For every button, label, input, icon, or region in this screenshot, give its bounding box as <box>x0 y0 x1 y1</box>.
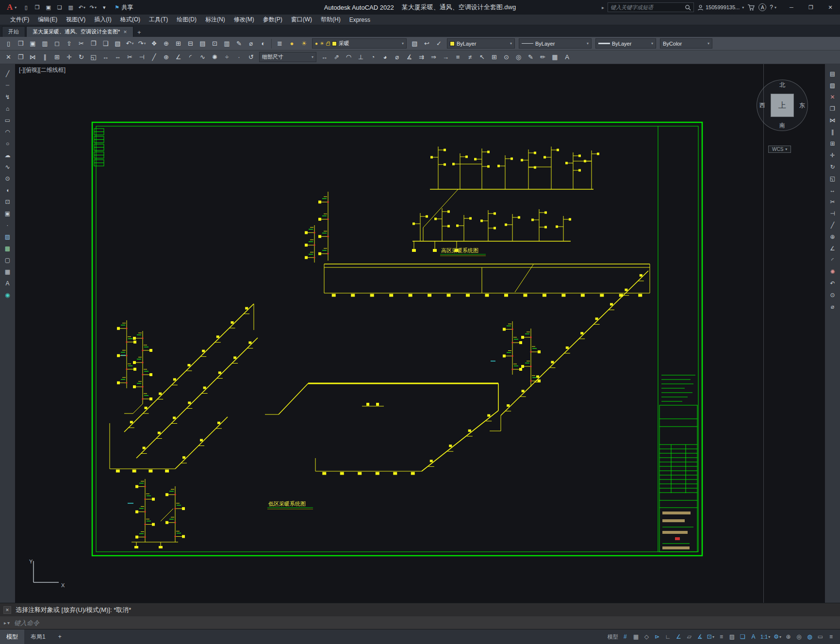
construction-line-button[interactable]: ┈ <box>2 80 14 91</box>
trim-button[interactable]: ✂ <box>124 51 136 63</box>
close-command-icon[interactable]: ✕ <box>3 606 11 614</box>
publish-button[interactable]: ⇧ <box>63 38 75 50</box>
layer-previous-button[interactable]: ↩ <box>421 38 433 50</box>
copy-tool-button[interactable]: ❐ <box>827 103 839 114</box>
viewcube-west-label[interactable]: 西 <box>759 101 765 110</box>
lengthen-button[interactable]: ⇔ <box>112 51 124 63</box>
gradient-button[interactable]: ▩ <box>2 243 14 254</box>
osnap-tracking-button[interactable]: ∡ <box>695 631 705 643</box>
layer-properties-button[interactable]: ≣ <box>274 38 286 50</box>
line-button[interactable]: ╱ <box>2 68 14 79</box>
new-drawing-button[interactable]: ▯ <box>20 1 32 13</box>
hatch-button[interactable]: ▨ <box>2 231 14 242</box>
cut-clip-button[interactable]: ✂ <box>75 38 87 50</box>
dim-radius-button[interactable]: ◔ <box>367 51 379 63</box>
transparency-display-button[interactable]: ▨ <box>727 631 737 643</box>
divide-button[interactable]: ÷ <box>221 51 233 63</box>
match-props-button[interactable]: ▧ <box>827 80 839 91</box>
search-icon[interactable] <box>685 4 691 11</box>
text-button[interactable]: A <box>2 278 14 289</box>
viewcube-south-label[interactable]: 南 <box>779 121 785 130</box>
zoom-realtime-button[interactable]: ⊕ <box>160 38 172 50</box>
table-button[interactable]: ▦ <box>2 266 14 277</box>
menu-help[interactable]: 帮助(H) <box>316 15 345 25</box>
copy-clip-button[interactable]: ❐ <box>87 38 99 50</box>
tolerance-button[interactable]: ⊞ <box>488 51 500 63</box>
redo-button[interactable]: ↷▾ <box>87 1 99 13</box>
render-button[interactable]: ◐ <box>257 38 269 50</box>
infer-constraints-button[interactable]: ◇ <box>642 631 652 643</box>
layer-match-button[interactable]: ▧ <box>409 38 421 50</box>
plot-button[interactable]: ▥ <box>65 1 76 13</box>
tab-drawing[interactable]: 某大厦采暖、通风、空调设计全套图* ✕ <box>26 26 133 37</box>
redo-action-button[interactable]: ↷▾ <box>136 38 148 50</box>
join-tool-button[interactable]: ⊕ <box>827 231 839 242</box>
dim-text-edit-button[interactable]: ✏ <box>537 51 549 63</box>
graphics-performance-button[interactable]: ◍ <box>805 631 815 643</box>
markup-button[interactable]: ✎ <box>233 38 245 50</box>
viewport-controls[interactable]: [-][俯视][二维线框] <box>19 66 66 74</box>
mirror-button[interactable]: ⋈ <box>27 51 39 63</box>
make-block-button[interactable]: ▣ <box>2 208 14 219</box>
save-file-button[interactable]: ▣ <box>27 38 39 50</box>
layout1-tab[interactable]: 布局1 <box>24 629 52 644</box>
search-input[interactable] <box>610 4 683 10</box>
menu-draw[interactable]: 绘图(D) <box>172 15 201 25</box>
center-mark-button[interactable]: ⊙ <box>500 51 512 63</box>
multiline-text-button[interactable]: A <box>561 51 573 63</box>
undo-small-button[interactable]: ↶ <box>827 278 839 289</box>
dim-continue-button[interactable]: → <box>440 51 452 63</box>
annotation-scale[interactable]: 1:1▾ <box>759 631 772 643</box>
extend-button[interactable]: ⊣ <box>136 51 148 63</box>
annotation-visibility-button[interactable]: A <box>748 631 758 643</box>
dynamic-input-button[interactable]: ⊳ <box>652 631 662 643</box>
autodesk-account-icon[interactable]: A <box>758 3 766 11</box>
wcs-menu[interactable]: WCS ▾ <box>768 146 791 153</box>
point-button[interactable]: ∙ <box>2 219 14 231</box>
customize-quick-access-button[interactable]: ▾ <box>99 1 110 13</box>
linetype-select[interactable]: ByLayer ▾ <box>519 38 592 49</box>
paste-clip-button[interactable]: ❑ <box>99 38 112 50</box>
polygon-button[interactable]: ⌂ <box>2 103 14 114</box>
zoom-previous-button[interactable]: ⊟ <box>184 38 197 50</box>
qnew-button[interactable]: ▯ <box>2 38 15 50</box>
save-button[interactable]: ▣ <box>43 1 54 13</box>
osnap-settings-button[interactable]: ⊙ <box>827 289 839 300</box>
dim-edit-button[interactable]: ✎ <box>525 51 537 63</box>
scale-button[interactable]: ◱ <box>87 51 99 63</box>
point-style-button[interactable]: ∙ <box>233 51 245 63</box>
dim-diameter-button[interactable]: ⌀ <box>391 51 403 63</box>
lineweight-select[interactable]: ByLayer ▾ <box>595 38 656 49</box>
minimize-button[interactable]: ─ <box>782 0 801 15</box>
copy-object-button[interactable]: ❐ <box>15 51 27 63</box>
object-snap-button[interactable]: ⊡▾ <box>706 631 716 643</box>
ellipse-arc-button[interactable]: ◖ <box>2 184 14 196</box>
move-button[interactable]: ✛ <box>63 51 75 63</box>
undo-button[interactable]: ↶▾ <box>76 1 87 13</box>
model-space-toggle[interactable]: 模型 <box>606 631 620 643</box>
rectangle-button[interactable]: ▭ <box>2 115 14 126</box>
isometric-drafting-button[interactable]: ▱ <box>684 631 694 643</box>
break-button[interactable]: ╱ <box>148 51 160 63</box>
layer-isolate-button[interactable]: ☀ <box>298 38 310 50</box>
plotstyle-select[interactable]: ByColor ▾ <box>660 38 712 49</box>
plot-drawing-button[interactable]: ▥ <box>39 38 51 50</box>
menu-view[interactable]: 视图(V) <box>62 15 90 25</box>
tool-palettes-button[interactable]: ▥ <box>221 38 233 50</box>
layer-select[interactable]: ● ☀ 采暖 ▾ <box>312 38 407 49</box>
menu-parametric[interactable]: 参数(P) <box>259 15 287 25</box>
arc-button[interactable]: ◠ <box>2 126 14 137</box>
multileader-button[interactable]: ↖ <box>476 51 488 63</box>
help-menu[interactable]: ?▾ <box>770 4 776 11</box>
dimension-update-button[interactable]: ↺ <box>245 51 257 63</box>
stretch-button[interactable]: ↔ <box>99 51 112 63</box>
cart-icon[interactable] <box>747 4 755 11</box>
menu-insert[interactable]: 插入(I) <box>90 15 115 25</box>
new-tab-button[interactable]: + <box>134 27 144 37</box>
move-tool-button[interactable]: ✛ <box>827 149 839 161</box>
explode-tool-button[interactable]: ✺ <box>827 266 839 277</box>
viewcube-top-face[interactable]: 上 <box>771 94 794 117</box>
restore-button[interactable]: ❐ <box>801 0 821 15</box>
revision-cloud-button[interactable]: ☁ <box>2 149 14 161</box>
dim-aligned-button[interactable]: ⇗ <box>330 51 343 63</box>
